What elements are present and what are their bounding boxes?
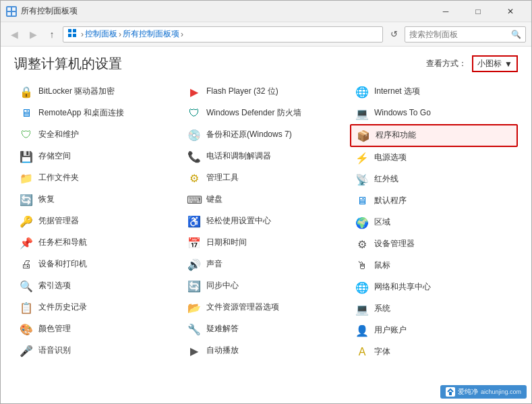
control-item[interactable]: 📅日期和时间 <box>182 232 350 254</box>
item-icon: ▶ <box>187 344 201 357</box>
item-icon: 🖱 <box>355 259 369 272</box>
control-item[interactable]: 📌任务栏和导航 <box>14 232 182 254</box>
item-label: 字体 <box>374 347 390 357</box>
items-container: 🔒BitLocker 驱动器加密🖥RemoteApp 和桌面连接🛡安全和维护💾存… <box>1 78 531 403</box>
maximize-button[interactable]: □ <box>463 1 494 22</box>
item-label: 轻松使用设置中心 <box>206 216 271 227</box>
control-item[interactable]: 🖥默认程序 <box>350 190 518 212</box>
control-item[interactable]: ▶自动播放 <box>182 340 350 362</box>
control-item[interactable]: 💾存储空间 <box>14 146 182 167</box>
control-item[interactable]: 🌍区域 <box>350 212 518 233</box>
control-item[interactable]: 🌐网络和共享中心 <box>350 277 518 298</box>
control-item[interactable]: 🖥RemoteApp 和桌面连接 <box>14 103 182 124</box>
main-content: 调整计算机的设置 查看方式： 小图标 ▼ 🔒BitLocker 驱动器加密🖥Re… <box>1 47 531 403</box>
item-label: 颜色管理 <box>38 324 71 335</box>
control-item[interactable]: ⌨键盘 <box>182 189 350 210</box>
view-label: 查看方式： <box>426 58 467 69</box>
control-item[interactable]: 👤用户账户 <box>350 320 518 341</box>
control-item[interactable]: 🛡安全和维护 <box>14 124 182 146</box>
item-icon: 📅 <box>187 236 201 250</box>
item-icon: 🛡 <box>187 107 201 120</box>
control-item[interactable]: 🔄同步中心 <box>182 275 350 297</box>
view-control: 查看方式： 小图标 ▼ <box>426 55 518 72</box>
control-item[interactable]: 🖨设备和打印机 <box>14 254 182 275</box>
control-item[interactable]: 💻系统 <box>350 298 518 320</box>
control-item[interactable]: ▶Flash Player (32 位) <box>182 81 350 103</box>
control-item[interactable]: A字体 <box>350 341 518 363</box>
item-label: 自动播放 <box>206 345 239 356</box>
control-item[interactable]: ♿轻松使用设置中心 <box>182 210 350 232</box>
item-label: Flash Player (32 位) <box>206 86 278 97</box>
control-item[interactable]: 🌐Internet 选项 <box>350 81 518 103</box>
svg-rect-2 <box>7 12 11 16</box>
control-item[interactable]: 🎤语音识别 <box>14 340 182 362</box>
control-item[interactable]: 📦程序和功能 <box>350 124 518 147</box>
item-icon: 🛡 <box>20 128 33 142</box>
path-segment-1[interactable]: 控制面板 <box>85 28 117 40</box>
watermark: 爱纯净 aichunjing.com <box>440 385 527 399</box>
control-item[interactable]: 🔊声音 <box>182 254 350 275</box>
control-item[interactable]: 🔒BitLocker 驱动器加密 <box>14 81 182 103</box>
item-icon: 📦 <box>357 129 370 142</box>
svg-rect-6 <box>68 34 71 37</box>
control-item[interactable]: 🔍索引选项 <box>14 275 182 297</box>
item-label: 设备管理器 <box>374 239 415 250</box>
item-label: 声音 <box>206 259 223 270</box>
item-icon: 📞 <box>187 150 201 163</box>
path-sep-1: › <box>81 30 84 39</box>
close-button[interactable]: ✕ <box>495 1 526 22</box>
item-icon: 📁 <box>20 171 33 185</box>
item-icon: 📌 <box>20 236 33 250</box>
item-icon: ▶ <box>187 85 201 98</box>
control-item[interactable]: 🔧疑难解答 <box>182 318 350 340</box>
control-item[interactable]: 🎨颜色管理 <box>14 318 182 340</box>
item-label: 电话和调制解调器 <box>206 151 271 162</box>
item-label: 任务栏和导航 <box>38 237 87 248</box>
item-label: 默认程序 <box>374 196 407 206</box>
up-button[interactable]: ↑ <box>44 26 60 42</box>
item-icon: 🔄 <box>20 193 33 206</box>
item-label: 索引选项 <box>38 281 71 291</box>
item-label: 红外线 <box>374 174 398 185</box>
view-dropdown[interactable]: 小图标 ▼ <box>472 55 518 72</box>
control-item[interactable]: 📁工作文件夹 <box>14 167 182 189</box>
item-label: 文件历史记录 <box>38 302 87 313</box>
search-input[interactable] <box>409 30 511 39</box>
control-item[interactable]: ⚡电源选项 <box>350 147 518 169</box>
svg-rect-4 <box>68 29 71 32</box>
control-item[interactable]: 📡红外线 <box>350 169 518 190</box>
title-bar-controls: ─ □ ✕ <box>430 1 526 22</box>
minimize-button[interactable]: ─ <box>430 1 461 22</box>
item-icon: 🖥 <box>20 107 33 120</box>
refresh-button[interactable]: ↺ <box>386 26 402 42</box>
control-item[interactable]: 📂文件资源管理器选项 <box>182 297 350 318</box>
forward-button[interactable]: ▶ <box>25 26 41 42</box>
item-label: 网络和共享中心 <box>374 282 431 293</box>
search-icon: 🔍 <box>511 30 521 39</box>
item-label: 疑难解答 <box>206 324 239 335</box>
address-path[interactable]: › 控制面板 › 所有控制面板项 › <box>63 26 383 42</box>
item-label: Windows Defender 防火墙 <box>206 108 301 119</box>
control-item[interactable]: 💿备份和还原(Windows 7) <box>182 124 350 146</box>
control-item[interactable]: 📋文件历史记录 <box>14 297 182 318</box>
item-icon: 🔒 <box>20 85 33 98</box>
title-bar-left: 所有控制面板项 <box>6 5 78 17</box>
window-icon <box>6 6 17 17</box>
control-item[interactable]: ⚙设备管理器 <box>350 233 518 255</box>
control-item[interactable]: ⚙管理工具 <box>182 167 350 189</box>
control-item[interactable]: 💻Windows To Go <box>350 103 518 124</box>
item-icon: 🌐 <box>355 85 369 98</box>
control-item[interactable]: 🔑凭据管理器 <box>14 210 182 232</box>
control-item[interactable]: 📞电话和调制解调器 <box>182 146 350 167</box>
control-item[interactable]: 🔄恢复 <box>14 189 182 210</box>
path-segment-2[interactable]: 所有控制面板项 <box>123 28 179 40</box>
item-icon: 🔧 <box>187 322 201 336</box>
main-window: 所有控制面板项 ─ □ ✕ ◀ ▶ ↑ › 控制面板 › 所有控制面板项 › ↺… <box>0 0 532 404</box>
svg-rect-8 <box>449 392 452 395</box>
items-grid: 🔒BitLocker 驱动器加密🖥RemoteApp 和桌面连接🛡安全和维护💾存… <box>14 81 518 363</box>
item-label: 存储空间 <box>38 151 71 162</box>
control-item[interactable]: 🛡Windows Defender 防火墙 <box>182 103 350 124</box>
back-button[interactable]: ◀ <box>6 26 22 42</box>
control-item[interactable]: 🖱鼠标 <box>350 255 518 277</box>
item-label: 鼠标 <box>374 260 390 271</box>
